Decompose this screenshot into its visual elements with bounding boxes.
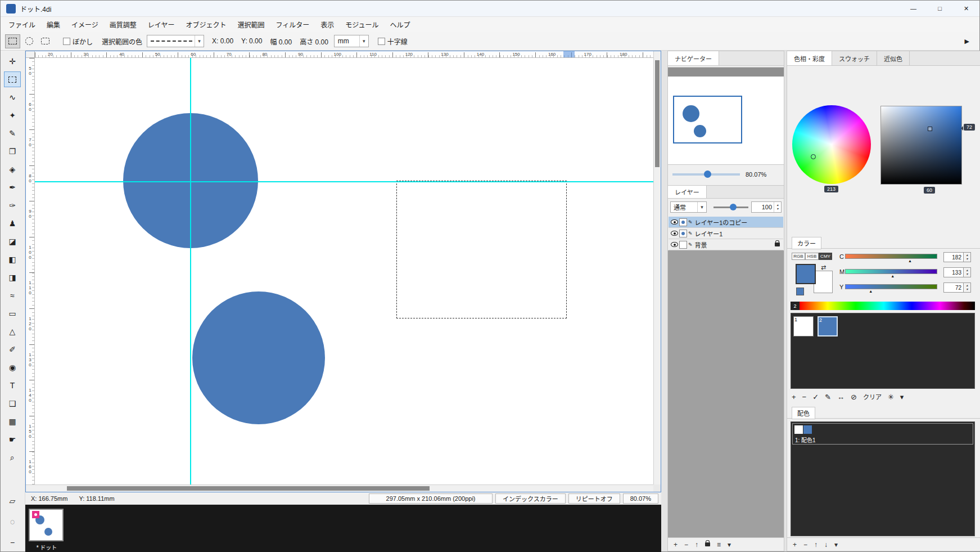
- spin-down-icon[interactable]: ▾: [966, 288, 968, 291]
- tool-eraser[interactable]: ◪: [4, 234, 21, 249]
- unit-select[interactable]: mm ▾: [334, 35, 369, 47]
- disable-icon[interactable]: ⊘: [851, 393, 857, 401]
- spinner-arrows[interactable]: ▴ ▾: [964, 252, 971, 262]
- spin-up-icon[interactable]: ▴: [966, 268, 968, 272]
- saturation-value-square[interactable]: [880, 106, 962, 185]
- blend-mode-select[interactable]: 通常 ▾: [670, 201, 707, 213]
- tool-move[interactable]: ✛: [4, 53, 21, 69]
- menu-object[interactable]: オブジェクト: [180, 20, 232, 29]
- tool-sample-pen[interactable]: ✑: [4, 198, 21, 213]
- horizontal-scrollbar[interactable]: [26, 484, 653, 492]
- menu-quality[interactable]: 画質調整: [104, 20, 142, 29]
- lock-icon[interactable]: [705, 542, 710, 546]
- caret-down-icon[interactable]: ▾: [900, 393, 904, 401]
- options-icon[interactable]: ✳: [888, 393, 894, 401]
- layer-opacity-stepper[interactable]: 100 ▴ ▾: [751, 201, 782, 213]
- tool-dot[interactable]: ◉: [4, 360, 21, 375]
- toolbar-overflow-icon[interactable]: ▶: [965, 38, 969, 45]
- magenta-slider[interactable]: ▲: [845, 269, 937, 274]
- spin-down-icon[interactable]: ▾: [966, 257, 968, 261]
- palette-swatch-1[interactable]: 1: [793, 316, 814, 336]
- tool-guide[interactable]: ◌: [4, 514, 21, 529]
- menu-layer[interactable]: レイヤー: [142, 20, 180, 29]
- tool-select-pen[interactable]: ✎: [4, 125, 21, 141]
- spinner-arrows[interactable]: ▴ ▾: [964, 282, 971, 293]
- yellow-slider[interactable]: ▲: [845, 284, 937, 289]
- canvas[interactable]: [35, 58, 653, 484]
- tool-curve[interactable]: ≈: [4, 288, 21, 303]
- tab-color[interactable]: カラー: [792, 237, 821, 249]
- vertical-scrollbar-thumb[interactable]: [655, 60, 660, 167]
- slider-marker[interactable]: ▲: [869, 289, 873, 293]
- blur-checkbox-row[interactable]: ぼかし: [63, 37, 93, 46]
- swap-icon[interactable]: ↔: [837, 393, 844, 401]
- vertical-guide[interactable]: [190, 58, 191, 484]
- tab-swatches[interactable]: スウォッチ: [832, 51, 877, 65]
- move-up-icon[interactable]: ↑: [814, 541, 818, 549]
- panel-splitter[interactable]: [661, 51, 667, 551]
- tool-lasso[interactable]: ∿: [4, 89, 21, 105]
- marquee-rect-button[interactable]: [5, 34, 20, 48]
- tool-brush[interactable]: ✐: [4, 342, 21, 357]
- slider-marker[interactable]: ▲: [891, 274, 895, 278]
- crosshair-checkbox-row[interactable]: 十字線: [378, 37, 408, 46]
- yellow-value[interactable]: 72: [943, 282, 964, 293]
- selection-style-select[interactable]: ▾: [147, 35, 204, 47]
- tool-shape-rect[interactable]: ▭: [4, 306, 21, 321]
- spin-down-icon[interactable]: ▾: [776, 207, 778, 211]
- tool-select-rect[interactable]: [4, 71, 21, 87]
- close-button[interactable]: ✕: [953, 1, 979, 16]
- spin-down-icon[interactable]: ▾: [966, 272, 968, 276]
- maximize-button[interactable]: □: [927, 1, 953, 16]
- visibility-eye-icon[interactable]: [671, 219, 678, 225]
- foreground-color-swatch[interactable]: [796, 264, 816, 284]
- horizontal-scrollbar-thumb[interactable]: [67, 486, 430, 491]
- layer-row-background[interactable]: ✎ 背景: [669, 239, 783, 250]
- magenta-value[interactable]: 133: [943, 267, 964, 277]
- crosshair-checkbox[interactable]: [378, 38, 385, 45]
- check-icon[interactable]: ✓: [812, 393, 819, 401]
- tool-transform[interactable]: ◈: [4, 161, 21, 177]
- blur-checkbox[interactable]: [63, 38, 70, 45]
- cyan-slider[interactable]: ▲: [845, 254, 937, 259]
- add-layer-icon[interactable]: +: [674, 541, 678, 549]
- add-swatch-icon[interactable]: +: [792, 393, 796, 401]
- tab-hue-saturation[interactable]: 色相・彩度: [787, 51, 832, 65]
- move-up-icon[interactable]: ↑: [695, 541, 698, 549]
- tool-shape-polygon[interactable]: △: [4, 324, 21, 339]
- swap-colors-icon[interactable]: ⇄: [821, 264, 826, 271]
- layer-row-copy[interactable]: ✎ レイヤー1のコピー: [669, 217, 783, 228]
- menu-selection[interactable]: 選択範囲: [232, 20, 270, 29]
- zoom-level-button[interactable]: 80.07%: [623, 493, 658, 504]
- menu-image[interactable]: イメージ: [66, 20, 104, 29]
- visibility-eye-icon[interactable]: [671, 231, 678, 236]
- tab-color-scheme[interactable]: 配色: [792, 407, 815, 419]
- color-scheme-item[interactable]: 1: 配色1: [792, 423, 973, 445]
- repeat-mode-button[interactable]: リピートオフ: [568, 493, 620, 504]
- navigator-preview[interactable]: [668, 67, 784, 165]
- saturation-value-marker[interactable]: [928, 127, 932, 131]
- tool-gradient[interactable]: ◨: [4, 270, 21, 285]
- color-mode-button[interactable]: インデックスカラー: [495, 493, 566, 504]
- document-thumbnail[interactable]: [29, 509, 64, 541]
- palette-swatch-2[interactable]: 2: [818, 316, 838, 336]
- tool-fill[interactable]: ◧: [4, 252, 21, 267]
- tool-hand[interactable]: ☛: [4, 432, 21, 447]
- spin-up-icon[interactable]: ▴: [966, 284, 968, 288]
- tool-zoom[interactable]: ⌕: [4, 450, 21, 465]
- menu-icon[interactable]: ≡: [717, 541, 721, 549]
- tool-grid[interactable]: ▦: [4, 414, 21, 429]
- tool-eyedropper[interactable]: ✒: [4, 179, 21, 195]
- caret-down-icon[interactable]: ▾: [834, 541, 838, 549]
- tool-collapse[interactable]: −: [4, 535, 21, 550]
- navigator-zoom-slider[interactable]: [672, 173, 740, 176]
- layer-opacity-slider[interactable]: [713, 207, 748, 208]
- hue-wheel-marker[interactable]: [811, 154, 816, 159]
- marquee-ellipse-button[interactable]: [21, 34, 37, 48]
- marquee-rounded-button[interactable]: [38, 34, 53, 48]
- selection-marquee[interactable]: [396, 181, 567, 318]
- horizontal-guide[interactable]: [35, 181, 653, 182]
- tool-ruler[interactable]: ▱: [4, 493, 21, 509]
- layer-row-1[interactable]: ✎ レイヤー1: [669, 228, 783, 239]
- tool-magic-wand[interactable]: ✦: [4, 107, 21, 123]
